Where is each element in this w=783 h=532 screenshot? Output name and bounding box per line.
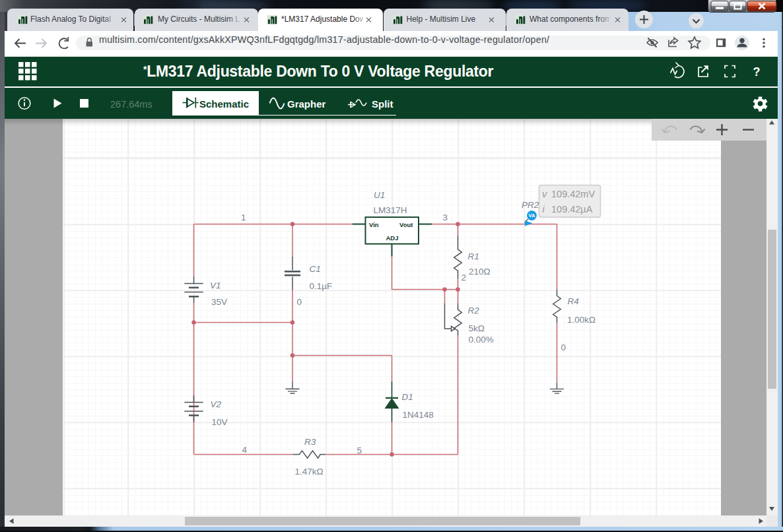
svg-text:109.42µA: 109.42µA (551, 204, 593, 215)
svg-text:1.47kΩ: 1.47kΩ (295, 467, 323, 477)
svg-text:R4: R4 (568, 296, 579, 306)
svg-text:1.00kΩ: 1.00kΩ (567, 315, 596, 325)
svg-text:D1: D1 (402, 392, 413, 402)
svg-text:35V: 35V (211, 297, 227, 307)
svg-text:10V: 10V (212, 417, 228, 427)
svg-text:4: 4 (242, 445, 248, 455)
svg-text:Vin: Vin (369, 221, 379, 228)
svg-text:0.1µF: 0.1µF (310, 281, 333, 291)
svg-text:0: 0 (561, 343, 566, 352)
svg-text:R2: R2 (468, 306, 480, 316)
svg-text:Vout: Vout (399, 221, 413, 228)
svg-text:109.42mV: 109.42mV (551, 189, 595, 199)
svg-text:VA: VA (529, 213, 535, 218)
svg-text:LM317H: LM317H (374, 205, 407, 215)
svg-text:?: ? (753, 65, 761, 79)
svg-text:V2: V2 (211, 399, 222, 409)
svg-text:1: 1 (241, 213, 246, 222)
svg-text:5kΩ: 5kΩ (469, 323, 485, 333)
svg-text:PR2: PR2 (522, 200, 539, 210)
svg-text:2: 2 (461, 273, 467, 283)
svg-text:3: 3 (443, 213, 448, 222)
svg-text:R1: R1 (468, 251, 479, 261)
svg-text:C1: C1 (310, 264, 321, 274)
svg-text:0.00%: 0.00% (469, 335, 494, 345)
svg-text:V1: V1 (210, 281, 221, 290)
svg-text:210Ω: 210Ω (469, 267, 491, 277)
svg-text:ADJ: ADJ (386, 234, 399, 242)
svg-text:5: 5 (357, 446, 362, 455)
svg-text:0: 0 (297, 297, 302, 307)
svg-text:U1: U1 (374, 190, 385, 200)
svg-text:1N4148: 1N4148 (403, 410, 434, 420)
svg-text:v: v (542, 189, 547, 199)
svg-text:R3: R3 (304, 437, 316, 447)
